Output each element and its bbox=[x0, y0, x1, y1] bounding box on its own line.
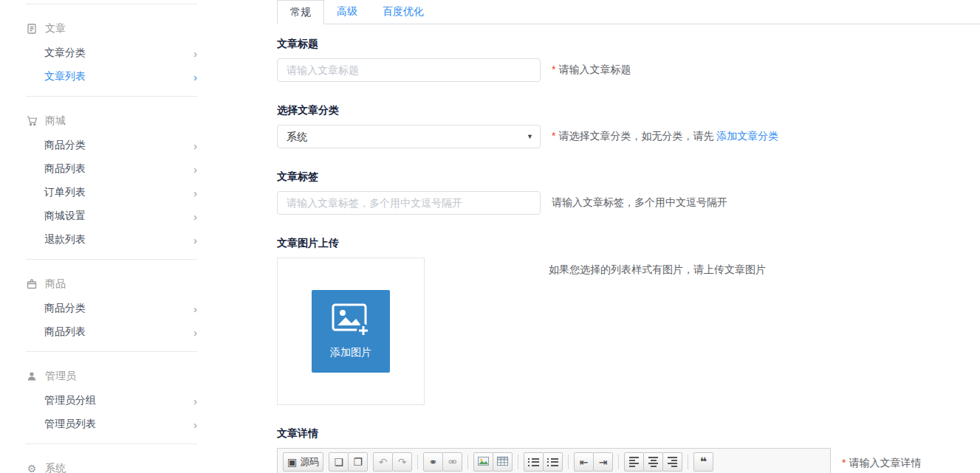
box-icon bbox=[26, 279, 38, 289]
sidebar-item-admin-group[interactable]: 管理员分组 › bbox=[26, 389, 197, 412]
tab-advanced[interactable]: 高级 bbox=[324, 0, 370, 24]
align-left-button[interactable] bbox=[624, 452, 644, 472]
article-tags-input[interactable] bbox=[277, 191, 541, 215]
field-hint: *请输入文章详情 bbox=[842, 448, 921, 470]
chevron-right-icon: › bbox=[193, 395, 197, 407]
insert-table-button[interactable] bbox=[493, 452, 513, 472]
field-hint: *请选择文章分类，如无分类，请先 添加文章分类 bbox=[552, 130, 778, 143]
align-right-icon bbox=[668, 457, 677, 467]
sidebar-section-admin[interactable]: 管理员 bbox=[26, 352, 197, 389]
sidebar-item-product-category[interactable]: 商品分类 › bbox=[26, 297, 197, 320]
form-area: 文章标题 *请输入文章标题 选择文章分类 系统 ▼ bbox=[277, 24, 980, 473]
paste-from-word-icon: ❐ bbox=[353, 457, 363, 467]
sidebar-item-goods-category[interactable]: 商品分类 › bbox=[26, 134, 197, 157]
sidebar-item-label: 文章分类 bbox=[44, 46, 86, 60]
add-image-label: 添加图片 bbox=[330, 346, 371, 359]
numbered-list-button[interactable] bbox=[524, 452, 544, 472]
document-icon bbox=[26, 24, 38, 34]
category-select[interactable]: 系统 bbox=[277, 125, 541, 148]
toolbar-separator bbox=[467, 455, 468, 469]
field-hint: 如果您选择的列表样式有图片，请上传文章图片 bbox=[549, 258, 766, 277]
field-label: 文章图片上传 bbox=[277, 237, 980, 250]
chevron-right-icon: › bbox=[193, 47, 197, 60]
sidebar-item-label: 商品列表 bbox=[44, 325, 86, 339]
gear-icon: ⚙ bbox=[26, 463, 38, 473]
sidebar-item-label: 商品分类 bbox=[44, 302, 86, 315]
link-button[interactable]: ⚭ bbox=[423, 452, 443, 472]
redo-button[interactable]: ↷ bbox=[392, 452, 412, 472]
indent-button[interactable]: ⇥ bbox=[593, 452, 613, 472]
rich-text-editor: ▣ 源码 ❏ ❐ bbox=[277, 448, 831, 473]
chevron-right-icon: › bbox=[193, 71, 197, 83]
category-select-wrap: 系统 ▼ bbox=[277, 125, 541, 148]
unlink-icon: ⚮ bbox=[448, 457, 457, 467]
sidebar-item-admin-list[interactable]: 管理员列表 › bbox=[26, 412, 197, 436]
chevron-right-icon: › bbox=[193, 418, 197, 431]
align-center-icon bbox=[648, 457, 658, 467]
paste-from-word-button[interactable]: ❐ bbox=[348, 452, 368, 472]
field-article-tags: 文章标签 请输入文章标签，多个用中文逗号隔开 bbox=[277, 170, 980, 215]
sidebar-item-mall-settings[interactable]: 商城设置 › bbox=[26, 204, 197, 228]
align-center-button[interactable] bbox=[643, 452, 663, 472]
sidebar-item-order-list[interactable]: 订单列表 › bbox=[26, 181, 197, 204]
source-button[interactable]: ▣ 源码 bbox=[283, 452, 323, 472]
toolbar-separator bbox=[568, 455, 569, 469]
section-title-label: 系统 bbox=[45, 462, 66, 473]
insert-image-button[interactable] bbox=[473, 452, 493, 472]
chevron-right-icon: › bbox=[193, 187, 197, 199]
app-root: 文章 文章分类 › 文章列表 › 商城 商品分类 › bbox=[0, 0, 980, 473]
table-icon bbox=[497, 456, 508, 469]
sidebar: 文章 文章分类 › 文章列表 › 商城 商品分类 › bbox=[0, 0, 222, 473]
undo-icon: ↶ bbox=[379, 457, 388, 467]
source-icon: ▣ bbox=[287, 457, 297, 467]
main-content: 常规 高级 百度优化 文章标题 *请输入文章标题 bbox=[222, 0, 980, 473]
outdent-button[interactable]: ⇤ bbox=[574, 452, 594, 472]
sidebar-item-label: 文章列表 bbox=[44, 70, 86, 83]
sidebar-item-label: 订单列表 bbox=[44, 186, 86, 199]
add-category-link[interactable]: 添加文章分类 bbox=[716, 130, 778, 142]
sidebar-section-system[interactable]: ⚙ 系统 bbox=[26, 444, 197, 473]
section-title-label: 管理员 bbox=[45, 370, 76, 383]
toolbar-separator bbox=[518, 455, 518, 469]
sidebar-item-article-category[interactable]: 文章分类 › bbox=[26, 41, 197, 65]
sidebar-item-goods-list[interactable]: 商品列表 › bbox=[26, 157, 197, 181]
paste-icon: ❏ bbox=[334, 457, 343, 467]
align-right-button[interactable] bbox=[662, 452, 682, 472]
unlink-button[interactable]: ⚮ bbox=[442, 452, 462, 472]
tab-general[interactable]: 常规 bbox=[277, 0, 324, 24]
field-label: 文章详情 bbox=[277, 427, 980, 441]
chevron-right-icon: › bbox=[193, 303, 197, 315]
sidebar-item-refund-list[interactable]: 退款列表 › bbox=[26, 228, 197, 252]
editor-toolbar-row-1: ▣ 源码 ❏ ❐ bbox=[278, 449, 830, 473]
blockquote-button[interactable]: ❝ bbox=[693, 452, 713, 472]
align-left-icon bbox=[629, 457, 639, 467]
chevron-right-icon: › bbox=[193, 326, 197, 339]
bulleted-list-icon bbox=[551, 458, 558, 466]
paste-button[interactable]: ❏ bbox=[329, 452, 349, 472]
bulleted-list-button[interactable] bbox=[543, 452, 563, 472]
tab-seo[interactable]: 百度优化 bbox=[370, 0, 436, 24]
blockquote-icon: ❝ bbox=[700, 456, 707, 468]
sidebar-item-label: 管理员列表 bbox=[44, 418, 96, 431]
toolbar-separator bbox=[417, 455, 418, 469]
article-title-input[interactable] bbox=[277, 58, 541, 82]
image-upload-dropzone: 添加图片 bbox=[277, 258, 425, 405]
sidebar-item-article-list[interactable]: 文章列表 › bbox=[26, 65, 197, 89]
field-article-detail: 文章详情 ▣ 源码 ❏ bbox=[277, 427, 980, 473]
section-title-label: 商城 bbox=[45, 114, 66, 128]
sidebar-section-mall[interactable]: 商城 bbox=[26, 97, 197, 134]
field-hint: *请输入文章标题 bbox=[552, 63, 631, 77]
sidebar-section-product[interactable]: 商品 bbox=[26, 260, 197, 297]
user-icon bbox=[26, 371, 38, 381]
add-image-button[interactable]: 添加图片 bbox=[312, 290, 390, 373]
required-mark: * bbox=[552, 63, 555, 75]
image-plus-icon bbox=[332, 303, 370, 339]
field-hint: 请输入文章标签，多个用中文逗号隔开 bbox=[552, 196, 727, 210]
field-label: 选择文章分类 bbox=[277, 104, 980, 117]
sidebar-section-article[interactable]: 文章 bbox=[26, 4, 197, 41]
field-article-title: 文章标题 *请输入文章标题 bbox=[277, 38, 980, 82]
chevron-right-icon: › bbox=[193, 210, 197, 223]
sidebar-item-product-list[interactable]: 商品列表 › bbox=[26, 320, 197, 344]
chevron-right-icon: › bbox=[193, 234, 197, 246]
undo-button[interactable]: ↶ bbox=[373, 452, 393, 472]
